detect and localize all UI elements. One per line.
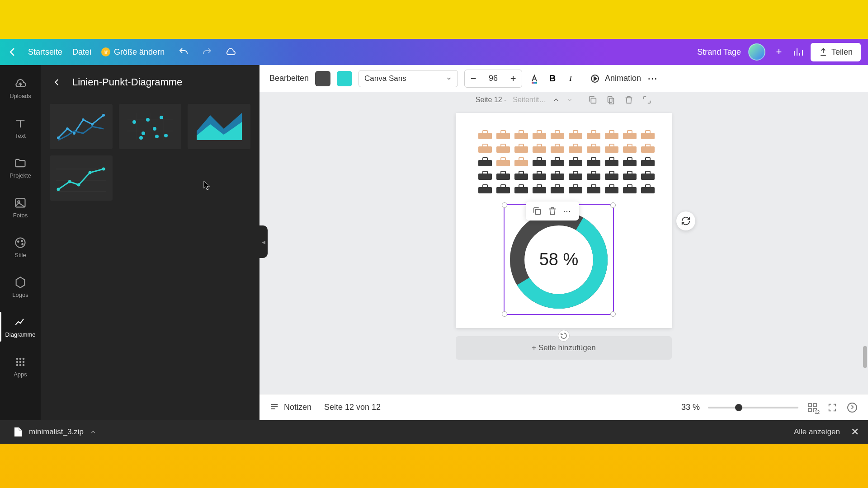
- notes-button[interactable]: Notizen: [269, 403, 311, 413]
- page-title-input[interactable]: Seitentit…: [513, 96, 546, 104]
- duplicate-icon[interactable]: [532, 206, 542, 216]
- svg-rect-69: [496, 146, 510, 153]
- rail-uploads[interactable]: Uploads: [0, 69, 41, 108]
- page-counter: Seite 12 von 12: [324, 403, 381, 412]
- trash-icon[interactable]: [547, 206, 557, 216]
- increase-size-button[interactable]: +: [505, 70, 522, 87]
- svg-rect-146: [646, 185, 650, 188]
- animation-button[interactable]: Animation: [590, 73, 641, 84]
- collapse-sidebar-button[interactable]: ◂: [259, 225, 268, 258]
- download-item[interactable]: minimalist_3.zip: [9, 424, 104, 440]
- svg-point-33: [155, 135, 159, 138]
- font-select[interactable]: Canva Sans: [359, 70, 458, 87]
- briefcase-icon: [640, 183, 656, 194]
- svg-rect-134: [537, 185, 542, 188]
- chart-thumb-line[interactable]: [50, 155, 113, 201]
- share-button[interactable]: Teilen: [811, 43, 861, 61]
- bold-button[interactable]: B: [547, 73, 558, 84]
- zoom-value[interactable]: 33 %: [681, 403, 700, 412]
- expand-page-icon[interactable]: [642, 95, 652, 105]
- chart-thumb-area[interactable]: [188, 104, 250, 149]
- cloud-sync-icon[interactable]: [225, 47, 236, 57]
- resize-button[interactable]: ♛ Größe ändern: [101, 47, 165, 57]
- rail-apps[interactable]: Apps: [0, 347, 41, 386]
- rail-projects[interactable]: Projekte: [0, 148, 41, 187]
- more-options-button[interactable]: ⋯: [647, 73, 658, 84]
- grid-view-button[interactable]: 12: [807, 402, 818, 413]
- undo-icon[interactable]: [178, 47, 189, 57]
- chevron-down-icon[interactable]: [566, 96, 573, 103]
- rail-charts[interactable]: Diagramme: [0, 307, 41, 346]
- svg-rect-83: [623, 146, 637, 153]
- chart-thumb-multiline[interactable]: [50, 104, 113, 149]
- rail-photos[interactable]: Fotos: [0, 188, 41, 227]
- svg-point-14: [23, 364, 25, 366]
- copy-page-icon[interactable]: [606, 95, 616, 105]
- add-collaborator-button[interactable]: +: [773, 46, 785, 58]
- svg-rect-50: [501, 131, 505, 133]
- svg-rect-44: [591, 98, 596, 103]
- text-color-button[interactable]: [528, 73, 540, 84]
- text-icon: [14, 117, 27, 130]
- rail-text[interactable]: Text: [0, 108, 41, 147]
- font-size-value[interactable]: 96: [482, 74, 505, 83]
- zoom-thumb[interactable]: [735, 404, 742, 411]
- document-title[interactable]: Strand Tage: [697, 47, 741, 57]
- redo-icon[interactable]: [202, 47, 212, 57]
- avatar[interactable]: [748, 43, 765, 61]
- decrease-size-button[interactable]: −: [465, 70, 482, 87]
- font-size-group: − 96 +: [464, 70, 522, 88]
- chart-thumb-scatter[interactable]: [119, 104, 182, 149]
- svg-point-15: [57, 136, 60, 139]
- scrollbar-thumb[interactable]: [863, 346, 867, 368]
- download-filename: minimalist_3.zip: [29, 427, 84, 436]
- donut-chart-element[interactable]: 58 %: [504, 204, 614, 315]
- edit-button[interactable]: Bearbeiten: [269, 74, 309, 83]
- app-topbar: Startseite Datei ♛ Größe ändern Strand T…: [0, 39, 868, 65]
- chevron-up-icon[interactable]: [552, 96, 560, 103]
- insights-icon[interactable]: [793, 47, 803, 57]
- help-button[interactable]: [846, 402, 858, 413]
- regenerate-button[interactable]: [676, 211, 695, 230]
- add-page-button[interactable]: + Seite hinzufügen: [456, 336, 672, 360]
- color-swatch-primary[interactable]: [315, 71, 330, 86]
- close-download-bar[interactable]: ✕: [851, 426, 859, 438]
- delete-page-icon[interactable]: [624, 95, 634, 105]
- briefcase-icon: [532, 183, 547, 194]
- duplicate-page-icon[interactable]: [588, 95, 598, 105]
- home-link[interactable]: Startseite: [28, 47, 62, 57]
- show-all-downloads[interactable]: Alle anzeigen: [794, 427, 840, 436]
- canvas-area: Bearbeiten Canva Sans − 96 + B I Animati…: [259, 65, 868, 420]
- svg-rect-118: [573, 171, 578, 174]
- svg-rect-119: [587, 174, 600, 180]
- svg-rect-147: [535, 209, 540, 214]
- svg-rect-135: [551, 187, 564, 193]
- briefcase-icon: [514, 143, 529, 154]
- rail-logos[interactable]: Logos: [0, 267, 41, 306]
- italic-button[interactable]: I: [565, 73, 576, 84]
- fullscreen-button[interactable]: [826, 402, 838, 413]
- resize-handle[interactable]: [610, 311, 616, 317]
- file-menu[interactable]: Datei: [72, 47, 91, 57]
- design-page[interactable]: ⋯ 58 %: [456, 113, 672, 328]
- rail-styles[interactable]: Stile: [0, 228, 41, 267]
- resize-handle[interactable]: [502, 202, 507, 208]
- rotate-handle[interactable]: [558, 330, 570, 342]
- color-swatch-secondary[interactable]: [337, 71, 352, 86]
- share-label: Teilen: [831, 47, 853, 57]
- svg-point-12: [16, 364, 19, 366]
- resize-handle[interactable]: [502, 311, 507, 317]
- svg-rect-112: [519, 171, 524, 174]
- more-icon[interactable]: ⋯: [563, 206, 573, 216]
- briefcase-icon: [640, 156, 656, 167]
- charts-sidebar: Linien-Punkt-Diagramme ◂: [41, 65, 259, 420]
- zoom-slider[interactable]: [708, 407, 798, 408]
- resize-label: Größe ändern: [114, 47, 165, 57]
- rail-label: Apps: [14, 371, 27, 378]
- chevron-up-icon[interactable]: [90, 429, 96, 435]
- sidebar-back-button[interactable]: [50, 75, 64, 89]
- resize-handle[interactable]: [610, 202, 616, 208]
- svg-point-4: [21, 240, 23, 242]
- back-icon[interactable]: [7, 47, 18, 57]
- canvas-viewport[interactable]: ⋯ 58 % + Seite hinzufügen: [259, 108, 868, 394]
